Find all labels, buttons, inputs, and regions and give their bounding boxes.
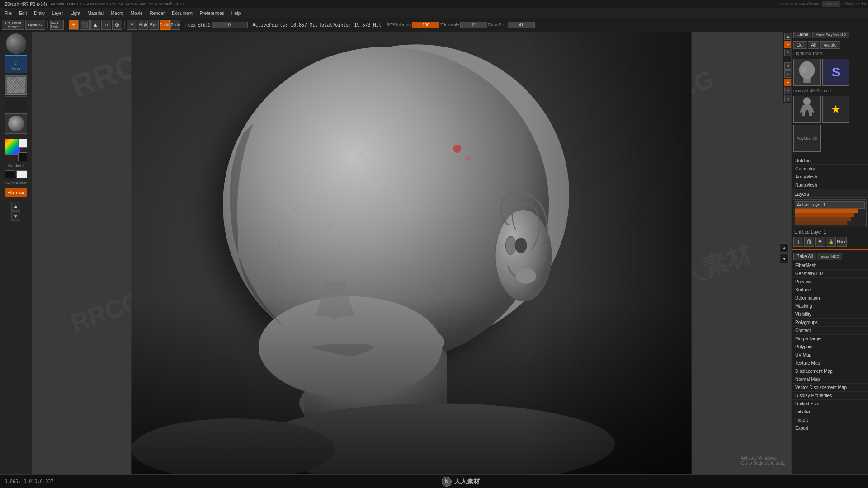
rnav-1[interactable]: ▲ (784, 33, 792, 40)
rnav-4[interactable]: ⊕ (784, 62, 792, 70)
menu-layer[interactable]: Layer (49, 11, 66, 16)
menu-document[interactable]: Document (169, 11, 195, 16)
menu-render[interactable]: Render (147, 11, 167, 16)
clone-btn[interactable]: Clone (793, 31, 811, 38)
geometry-hd-item[interactable]: Geometry HD (792, 270, 868, 278)
layer-lock-btn[interactable]: 🔒 (826, 237, 836, 247)
uv-map-item[interactable]: UV Map (792, 351, 868, 359)
color-black[interactable] (5, 170, 15, 178)
model-thumb-s[interactable]: S (822, 59, 849, 86)
model-thumb-head[interactable] (793, 59, 821, 86)
all-btn[interactable]: All (808, 41, 819, 49)
zsub-btn[interactable]: Zsub (170, 20, 180, 30)
masking-item[interactable]: Masking (792, 302, 868, 310)
canvas-nav-up[interactable]: ▲ (780, 243, 789, 252)
high-btn[interactable]: High (138, 20, 148, 30)
figure-thumb-star[interactable]: ★ (822, 96, 849, 123)
polypoint-item[interactable]: Polypoint (792, 343, 868, 351)
menu-draw[interactable]: Draw (31, 11, 47, 16)
rnav-6[interactable]: ● (784, 79, 792, 86)
focal-slider[interactable]: 0 (212, 22, 248, 28)
deformation-item[interactable]: Deformation (792, 294, 868, 302)
layer-bar-3[interactable] (795, 217, 851, 221)
color-picker[interactable] (5, 139, 27, 161)
move-tool-btn[interactable]: ↕ Move (5, 55, 27, 73)
draw-btn[interactable]: ⬛ (80, 20, 90, 30)
displacement-map-item[interactable]: Displacement Map (792, 367, 868, 375)
array-mesh-item[interactable]: ArrayMesh (792, 173, 868, 181)
m-btn[interactable]: M (127, 20, 137, 30)
lightbox-btn[interactable]: LightBox (25, 20, 45, 30)
nano-mesh-item[interactable]: NanoMesh (792, 181, 868, 189)
draw-move-btn[interactable]: ✦ (69, 20, 79, 30)
visible-btn[interactable]: Visible (820, 41, 840, 49)
subtool-item[interactable]: SubTool (792, 157, 868, 165)
layer-bar-2[interactable] (795, 213, 854, 217)
rnav-2[interactable]: ● (784, 41, 792, 48)
menu-file[interactable]: File (2, 11, 14, 16)
goi-btn[interactable]: GoI (793, 41, 807, 49)
quick-btn[interactable]: Quick Sketch (50, 20, 64, 30)
menu-light[interactable]: Light (68, 11, 83, 16)
projection-master-btn[interactable]: Projection Master (2, 20, 24, 30)
draw-size-slider[interactable]: 41 (508, 22, 535, 28)
z-intensity-slider[interactable]: 11 (460, 22, 487, 28)
layer-none-btn[interactable]: None (837, 237, 847, 247)
menu-movie[interactable]: Movie (128, 11, 146, 16)
layer-bar-1[interactable] (795, 209, 858, 213)
zbrush-orb[interactable] (6, 33, 26, 54)
top-menu-bar[interactable]: ZBrush 4R7 P3 (x64) Female_TOPO_07 Free … (0, 0, 868, 8)
nav-down[interactable]: ▼ (11, 211, 20, 221)
rnav-8[interactable]: △ (784, 95, 792, 102)
polygroups-item[interactable]: Polygroups (792, 319, 868, 327)
import-item[interactable]: Import (792, 416, 868, 424)
make-polymesh-btn[interactable]: Make PolyMesh3D (812, 31, 849, 38)
rnav-5[interactable]: ○ (784, 70, 792, 78)
vector-displacement-map-item[interactable]: Vector Displacement Map (792, 384, 868, 392)
transform-btn[interactable]: ⊕ (112, 20, 122, 30)
figure-thumb-polymesh[interactable]: PolyMesh3D (793, 125, 821, 152)
alternate-btn[interactable]: Alternate (5, 188, 27, 197)
preview-item[interactable]: Preview (792, 278, 868, 286)
menu-edit[interactable]: Edit (16, 11, 29, 16)
geometry-item[interactable]: Geometry (792, 165, 868, 173)
layer-eye-btn[interactable]: 👁 (815, 237, 825, 247)
import-ndd-btn[interactable]: Import NDD (817, 253, 842, 260)
layer-delete-btn[interactable]: 🗑 (804, 237, 814, 247)
nav-up[interactable]: ▲ (11, 202, 20, 211)
surface-item[interactable]: Surface (792, 286, 868, 294)
unified-skin-item[interactable]: Unified Skin (792, 400, 868, 408)
menu-help[interactable]: Help (229, 11, 244, 16)
material-swatch-dark[interactable] (5, 96, 27, 112)
texture-swatch[interactable] (5, 75, 27, 95)
figure-thumb-female[interactable] (793, 96, 821, 123)
canvas-viewport[interactable]: RRCG 人人素材 RRCG RRCG 人人素材 www.rrcg.cn www… (32, 32, 791, 474)
display-properties-item[interactable]: Display Properties (792, 392, 868, 400)
see-through[interactable]: See-Through (798, 2, 822, 6)
rgb-intensity-slider[interactable]: 100 (412, 22, 439, 28)
menu-material[interactable]: Material (85, 11, 106, 16)
layer-add-btn[interactable]: + (793, 237, 803, 247)
color-white[interactable] (16, 170, 27, 178)
lasso-btn[interactable]: ○ (101, 20, 111, 30)
manual-btn[interactable]: Manual (822, 1, 840, 7)
visibility-item[interactable]: Visibility (792, 310, 868, 319)
texture-map-item[interactable]: Texture Map (792, 359, 868, 367)
contact-item[interactable]: Contact (792, 327, 868, 335)
rnav-3[interactable]: ▼ (784, 49, 792, 56)
active-layer-entry[interactable]: Active Layer 1 (795, 201, 865, 209)
canvas-nav-down[interactable]: ▼ (780, 254, 789, 263)
fiber-mesh-item[interactable]: FiberMesh (792, 262, 868, 270)
menu-macro[interactable]: Macro (108, 11, 126, 16)
initialize-item[interactable]: Initialize (792, 408, 868, 416)
menu-zbrush[interactable]: ZBrush 4R7 P3 (x64) (2, 2, 50, 7)
export-item[interactable]: Export (792, 424, 868, 432)
rgb-btn[interactable]: Rgb (149, 20, 159, 30)
select-btn[interactable]: ▲ (90, 20, 100, 30)
zadd-btn[interactable]: Zadd (160, 20, 170, 30)
layer-bar-4[interactable] (795, 221, 847, 225)
rnav-7[interactable]: ▽ (784, 87, 792, 94)
morph-target-item[interactable]: Morph Target (792, 335, 868, 343)
bake-all-btn[interactable]: Bake All (793, 253, 816, 260)
menu-preferences[interactable]: Preferences (197, 11, 227, 16)
